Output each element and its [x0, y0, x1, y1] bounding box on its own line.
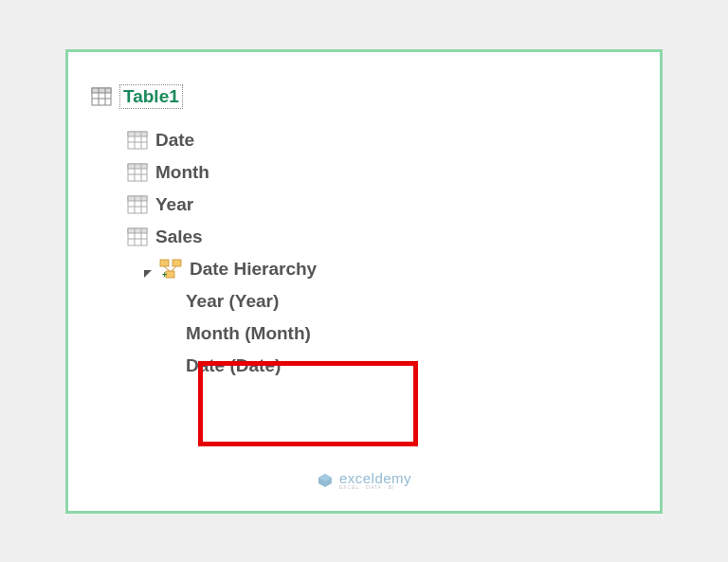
collapse-triangle-icon[interactable]: [142, 263, 154, 275]
svg-rect-21: [128, 228, 147, 233]
tree-column-sales[interactable]: Sales: [91, 221, 637, 253]
table-icon: [127, 195, 148, 214]
table-icon: [127, 163, 148, 182]
tree-column-year[interactable]: Year: [91, 189, 637, 221]
tree-column-date[interactable]: Date: [91, 124, 637, 156]
svg-rect-16: [128, 196, 147, 201]
watermark: exceldemy EXCEL · DATA · BI: [317, 471, 411, 490]
tree-root-label: Table1: [119, 84, 183, 109]
tree-hierarchy-node[interactable]: + Date Hierarchy: [91, 253, 637, 285]
spacer: [91, 115, 637, 124]
watermark-sub: EXCEL · DATA · BI: [339, 485, 411, 490]
tree-hierarchy-level-year[interactable]: Year (Year): [91, 285, 637, 317]
svg-rect-27: [166, 271, 174, 278]
watermark-text: exceldemy EXCEL · DATA · BI: [339, 471, 411, 490]
svg-rect-11: [128, 164, 147, 169]
tree-hierarchy-level-date[interactable]: Date (Date): [91, 350, 637, 382]
tree-hierarchy-level-label: Month (Month): [186, 323, 311, 344]
tree-hierarchy-label: Date Hierarchy: [190, 259, 317, 280]
svg-rect-26: [173, 260, 181, 266]
svg-rect-25: [160, 260, 169, 266]
table-icon: [91, 87, 112, 106]
tree-hierarchy-level-label: Date (Date): [186, 355, 281, 376]
watermark-logo-icon: [317, 472, 334, 489]
tree-column-label: Month: [155, 162, 209, 183]
table-icon: [127, 227, 148, 246]
svg-line-29: [172, 266, 176, 271]
watermark-main: exceldemy: [339, 471, 411, 485]
tree-hierarchy-level-label: Year (Year): [186, 291, 279, 312]
svg-text:+: +: [162, 270, 167, 280]
tree-column-label: Sales: [155, 227, 203, 247]
table-icon: [127, 131, 148, 150]
tree-column-label: Date: [155, 130, 194, 151]
tree-root-table[interactable]: Table1: [91, 79, 637, 115]
svg-rect-6: [128, 132, 147, 136]
tree-column-label: Year: [155, 194, 193, 215]
tree-hierarchy-level-month[interactable]: Month (Month): [91, 317, 637, 350]
svg-rect-1: [92, 88, 111, 93]
hierarchy-icon: +: [159, 259, 182, 280]
fields-panel: Table1 Date Month: [65, 49, 663, 514]
tree-column-month[interactable]: Month: [91, 156, 637, 189]
